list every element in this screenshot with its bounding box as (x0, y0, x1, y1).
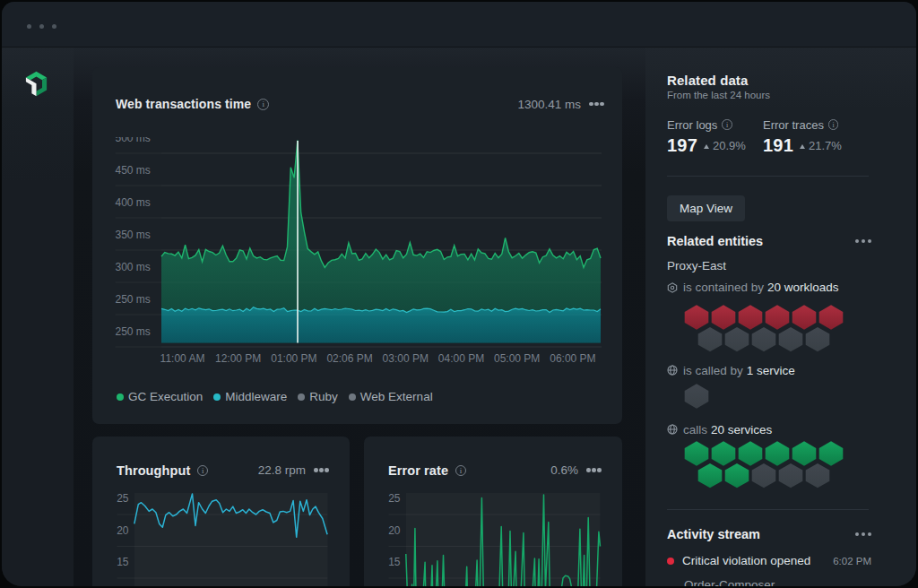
window-control-dot[interactable] (39, 24, 44, 29)
hex-cell[interactable] (806, 327, 830, 351)
activity-list: Critical violation opened6:02 PMOrder-Co… (667, 554, 916, 586)
related-entities-title: Related entities (667, 234, 763, 248)
y-axis-label: 500 ms (116, 137, 151, 144)
brand-logo-icon[interactable] (24, 71, 48, 99)
x-axis-label: 01:00 PM (271, 352, 316, 365)
relation-prefix: is called by (683, 364, 743, 377)
service-globe-icon (667, 365, 678, 376)
activity-stream-menu-icon[interactable] (855, 532, 871, 536)
related-data-title: Related data (667, 73, 916, 88)
throughput-value: 22.8 rpm (258, 463, 306, 477)
hex-cell[interactable] (752, 463, 776, 487)
legend-label: Web External (360, 390, 433, 403)
activity-item[interactable]: Critical violation opened6:02 PM (667, 554, 871, 567)
y-axis-label: 250 ms (116, 293, 151, 306)
hex-cell[interactable] (806, 463, 830, 487)
window-control-dot[interactable] (52, 24, 56, 29)
legend-item[interactable]: GC Execution (117, 390, 203, 403)
y-axis-label: 20 (117, 524, 129, 537)
entity-name[interactable]: Proxy-East (667, 259, 916, 272)
legend-item[interactable]: Middleware (213, 390, 287, 403)
hex-cell[interactable] (819, 305, 844, 329)
x-axis-label: 05:00 PM (494, 352, 540, 365)
hex-cell[interactable] (766, 305, 790, 329)
related-entities-menu-icon[interactable] (855, 239, 871, 243)
related-data-panel: Related data From the last 24 hours Erro… (645, 48, 916, 586)
info-icon[interactable] (197, 465, 208, 476)
chart-legend: GC ExecutionMiddlewareRubyWeb External (117, 390, 444, 403)
info-icon[interactable] (722, 119, 732, 130)
x-axis-label: 04:00 PM (438, 352, 484, 365)
relation-group: calls20 services (667, 423, 916, 489)
hex-cell[interactable] (752, 327, 776, 351)
window-control-dot[interactable] (27, 24, 31, 29)
info-icon[interactable] (257, 99, 269, 110)
relation-group: is contained by20 workloads (667, 281, 916, 353)
divider (667, 176, 869, 177)
y-axis-label: 25 (117, 492, 129, 505)
web-transactions-value: 1300.41 ms (517, 98, 581, 111)
error-rate-chart[interactable]: 252015 (364, 486, 622, 586)
hex-cell[interactable] (712, 441, 736, 465)
entity-relations: is contained by20 workloadsis called by1… (667, 281, 916, 489)
y-axis-label: 25 (388, 492, 401, 505)
stat-label: Error traces (763, 118, 824, 132)
window-controls[interactable] (27, 24, 56, 29)
hex-cell[interactable] (819, 441, 844, 465)
legend-item[interactable]: Web External (349, 390, 433, 403)
middleware-area-series (161, 307, 601, 343)
throughput-card: Throughput 22.8 rpm 252015 (92, 437, 350, 586)
activity-text: Critical violation opened (682, 554, 810, 567)
hex-cell[interactable] (792, 305, 817, 329)
hex-cell[interactable] (739, 305, 763, 329)
hex-cell[interactable] (779, 463, 803, 487)
hex-grid[interactable] (682, 383, 711, 410)
legend-dot-icon (213, 393, 221, 401)
x-axis-label: 11:00 AM (160, 352, 205, 365)
related-data-subtitle: From the last 24 hours (667, 90, 916, 100)
activity-time: 6:02 PM (833, 556, 871, 566)
critical-status-icon (667, 558, 674, 565)
info-icon[interactable] (828, 119, 839, 130)
relation-group: is called by1 service (667, 364, 916, 410)
hex-grid[interactable] (682, 440, 845, 489)
y-axis-label: 20 (388, 524, 401, 537)
hex-cell[interactable] (685, 441, 709, 465)
map-view-button[interactable]: Map View (667, 195, 745, 221)
info-icon[interactable] (455, 465, 466, 476)
hex-cell[interactable] (792, 441, 817, 465)
stat-delta: 21.7% (809, 139, 842, 152)
y-axis-label: 250 ms (116, 325, 151, 338)
hex-cell[interactable] (685, 384, 709, 408)
hex-cell[interactable] (766, 441, 790, 465)
web-transactions-chart[interactable]: 500 ms450 ms400 ms350 ms300 ms250 ms250 … (92, 137, 622, 370)
hex-cell[interactable] (712, 305, 736, 329)
activity-stream-title: Activity stream (667, 527, 760, 541)
hex-cell[interactable] (779, 327, 803, 351)
y-axis-label: 450 ms (116, 164, 151, 177)
y-axis-label: 400 ms (116, 196, 151, 209)
hex-cell[interactable] (725, 463, 749, 487)
error-rate-card: Error rate 0.6% 252015 (364, 437, 622, 586)
hex-cell[interactable] (725, 327, 749, 351)
hex-cell[interactable] (739, 441, 763, 465)
app-window: Web transactions time 1300.41 ms 500 ms4… (2, 2, 916, 586)
hex-grid[interactable] (682, 304, 845, 353)
relation-prefix: is contained by (683, 281, 764, 294)
throughput-chart[interactable]: 252015 (92, 486, 350, 586)
card-menu-icon[interactable] (314, 468, 329, 472)
card-menu-icon[interactable] (586, 468, 602, 472)
card-menu-icon[interactable] (589, 102, 604, 107)
x-axis-label: 02:06 PM (326, 352, 372, 365)
service-globe-icon (667, 424, 678, 435)
x-axis-label: 03:00 PM (383, 352, 429, 365)
delta-up-icon (704, 144, 709, 149)
legend-dot-icon (117, 393, 124, 401)
y-axis-label: 350 ms (116, 229, 151, 241)
hex-cell[interactable] (685, 305, 709, 329)
response-series-line (161, 141, 601, 268)
hex-cell[interactable] (698, 327, 723, 351)
legend-dot-icon (349, 393, 356, 401)
hex-cell[interactable] (698, 463, 723, 487)
legend-item[interactable]: Ruby (298, 390, 338, 403)
